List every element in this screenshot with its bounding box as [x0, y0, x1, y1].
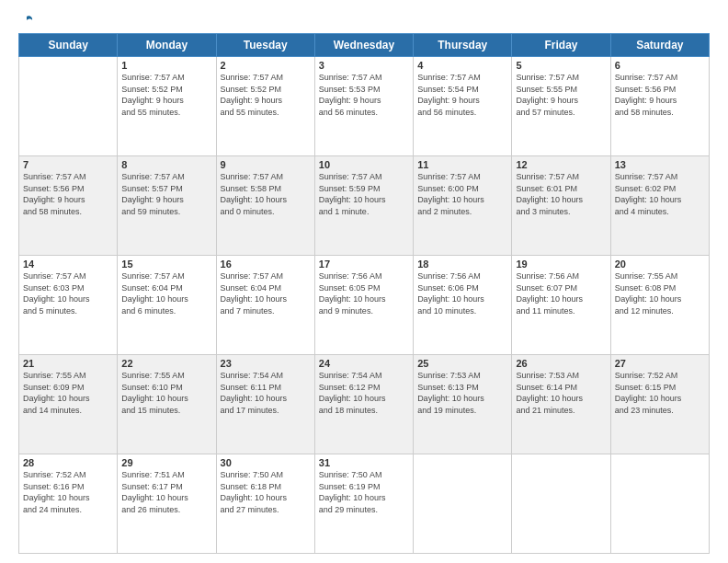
calendar-cell: 6Sunrise: 7:57 AM Sunset: 5:56 PM Daylig… — [610, 57, 709, 156]
day-info: Sunrise: 7:57 AM Sunset: 5:54 PM Dayligh… — [417, 72, 507, 118]
calendar-cell: 18Sunrise: 7:56 AM Sunset: 6:06 PM Dayli… — [414, 256, 512, 355]
calendar-cell: 22Sunrise: 7:55 AM Sunset: 6:10 PM Dayli… — [118, 355, 216, 454]
calendar-cell: 3Sunrise: 7:57 AM Sunset: 5:53 PM Daylig… — [314, 57, 413, 156]
day-info: Sunrise: 7:57 AM Sunset: 6:04 PM Dayligh… — [121, 270, 211, 316]
day-info: Sunrise: 7:56 AM Sunset: 6:07 PM Dayligh… — [516, 270, 606, 316]
day-number: 10 — [319, 159, 409, 170]
calendar-cell: 1Sunrise: 7:57 AM Sunset: 5:52 PM Daylig… — [118, 57, 216, 156]
day-number: 8 — [121, 159, 211, 170]
day-number: 3 — [319, 60, 409, 71]
day-number: 4 — [417, 60, 507, 71]
calendar-cell: 11Sunrise: 7:57 AM Sunset: 6:00 PM Dayli… — [414, 156, 512, 256]
calendar-cell: 26Sunrise: 7:53 AM Sunset: 6:14 PM Dayli… — [512, 355, 610, 454]
day-info: Sunrise: 7:57 AM Sunset: 5:52 PM Dayligh… — [221, 72, 311, 118]
day-number: 14 — [23, 259, 113, 270]
calendar-cell: 16Sunrise: 7:57 AM Sunset: 6:04 PM Dayli… — [216, 256, 314, 355]
day-number: 2 — [221, 60, 311, 71]
day-info: Sunrise: 7:56 AM Sunset: 6:05 PM Dayligh… — [319, 270, 409, 316]
calendar-week-row: 7Sunrise: 7:57 AM Sunset: 5:56 PM Daylig… — [19, 156, 710, 256]
day-number: 25 — [417, 358, 507, 369]
day-info: Sunrise: 7:52 AM Sunset: 6:15 PM Dayligh… — [615, 370, 705, 416]
day-info: Sunrise: 7:57 AM Sunset: 5:56 PM Dayligh… — [615, 72, 705, 118]
calendar-cell: 23Sunrise: 7:54 AM Sunset: 6:11 PM Dayli… — [216, 355, 314, 454]
logo — [18, 15, 35, 26]
day-number: 12 — [516, 159, 606, 170]
calendar-week-row: 21Sunrise: 7:55 AM Sunset: 6:09 PM Dayli… — [19, 355, 710, 454]
calendar-cell: 20Sunrise: 7:55 AM Sunset: 6:08 PM Dayli… — [610, 256, 709, 355]
logo-bird-icon — [19, 15, 34, 29]
day-number: 15 — [121, 259, 211, 270]
calendar-cell: 25Sunrise: 7:53 AM Sunset: 6:13 PM Dayli… — [414, 355, 512, 454]
calendar-cell: 27Sunrise: 7:52 AM Sunset: 6:15 PM Dayli… — [610, 355, 709, 454]
day-info: Sunrise: 7:57 AM Sunset: 5:53 PM Dayligh… — [319, 72, 409, 118]
day-info: Sunrise: 7:51 AM Sunset: 6:17 PM Dayligh… — [121, 469, 211, 515]
day-info: Sunrise: 7:50 AM Sunset: 6:18 PM Dayligh… — [221, 469, 311, 515]
day-info: Sunrise: 7:54 AM Sunset: 6:11 PM Dayligh… — [221, 370, 311, 416]
calendar-week-row: 1Sunrise: 7:57 AM Sunset: 5:52 PM Daylig… — [19, 57, 710, 156]
day-number: 11 — [417, 159, 507, 170]
day-of-week-header: Thursday — [414, 34, 512, 57]
day-number: 19 — [516, 259, 606, 270]
calendar-cell — [610, 454, 709, 554]
day-number: 20 — [615, 259, 705, 270]
day-info: Sunrise: 7:55 AM Sunset: 6:10 PM Dayligh… — [121, 370, 211, 416]
day-of-week-header: Wednesday — [314, 34, 413, 57]
day-number: 27 — [615, 358, 705, 369]
day-number: 16 — [221, 259, 311, 270]
day-number: 5 — [516, 60, 606, 71]
day-number: 24 — [319, 358, 409, 369]
day-info: Sunrise: 7:52 AM Sunset: 6:16 PM Dayligh… — [23, 469, 113, 515]
calendar-cell: 19Sunrise: 7:56 AM Sunset: 6:07 PM Dayli… — [512, 256, 610, 355]
page: SundayMondayTuesdayWednesdayThursdayFrid… — [0, 0, 728, 563]
day-of-week-header: Friday — [512, 34, 610, 57]
calendar-cell: 21Sunrise: 7:55 AM Sunset: 6:09 PM Dayli… — [19, 355, 118, 454]
calendar-cell: 29Sunrise: 7:51 AM Sunset: 6:17 PM Dayli… — [118, 454, 216, 554]
day-info: Sunrise: 7:57 AM Sunset: 5:58 PM Dayligh… — [221, 171, 311, 217]
day-info: Sunrise: 7:57 AM Sunset: 6:04 PM Dayligh… — [221, 270, 311, 316]
day-number: 18 — [417, 259, 507, 270]
day-number: 31 — [319, 457, 409, 468]
calendar-cell: 31Sunrise: 7:50 AM Sunset: 6:19 PM Dayli… — [314, 454, 413, 554]
day-number: 28 — [23, 457, 113, 468]
day-info: Sunrise: 7:57 AM Sunset: 5:55 PM Dayligh… — [516, 72, 606, 118]
calendar-table: SundayMondayTuesdayWednesdayThursdayFrid… — [18, 33, 710, 554]
day-info: Sunrise: 7:53 AM Sunset: 6:14 PM Dayligh… — [516, 370, 606, 416]
calendar-cell: 9Sunrise: 7:57 AM Sunset: 5:58 PM Daylig… — [216, 156, 314, 256]
day-number: 1 — [121, 60, 211, 71]
day-number: 30 — [221, 457, 311, 468]
day-number: 9 — [221, 159, 311, 170]
day-number: 7 — [23, 159, 113, 170]
day-of-week-header: Sunday — [19, 34, 118, 57]
day-number: 23 — [221, 358, 311, 369]
calendar-week-row: 14Sunrise: 7:57 AM Sunset: 6:03 PM Dayli… — [19, 256, 710, 355]
calendar-cell: 7Sunrise: 7:57 AM Sunset: 5:56 PM Daylig… — [19, 156, 118, 256]
calendar-cell: 15Sunrise: 7:57 AM Sunset: 6:04 PM Dayli… — [118, 256, 216, 355]
calendar-cell: 17Sunrise: 7:56 AM Sunset: 6:05 PM Dayli… — [314, 256, 413, 355]
day-info: Sunrise: 7:53 AM Sunset: 6:13 PM Dayligh… — [417, 370, 507, 416]
calendar-cell — [414, 454, 512, 554]
day-of-week-header: Saturday — [610, 34, 709, 57]
day-info: Sunrise: 7:57 AM Sunset: 6:00 PM Dayligh… — [417, 171, 507, 217]
day-info: Sunrise: 7:57 AM Sunset: 5:56 PM Dayligh… — [23, 171, 113, 217]
day-number: 29 — [121, 457, 211, 468]
day-info: Sunrise: 7:50 AM Sunset: 6:19 PM Dayligh… — [319, 469, 409, 515]
header — [18, 15, 710, 26]
day-number: 21 — [23, 358, 113, 369]
calendar-cell: 8Sunrise: 7:57 AM Sunset: 5:57 PM Daylig… — [118, 156, 216, 256]
calendar-cell: 10Sunrise: 7:57 AM Sunset: 5:59 PM Dayli… — [314, 156, 413, 256]
day-number: 17 — [319, 259, 409, 270]
calendar-cell: 13Sunrise: 7:57 AM Sunset: 6:02 PM Dayli… — [610, 156, 709, 256]
calendar-cell: 30Sunrise: 7:50 AM Sunset: 6:18 PM Dayli… — [216, 454, 314, 554]
calendar-cell: 2Sunrise: 7:57 AM Sunset: 5:52 PM Daylig… — [216, 57, 314, 156]
day-info: Sunrise: 7:56 AM Sunset: 6:06 PM Dayligh… — [417, 270, 507, 316]
day-info: Sunrise: 7:57 AM Sunset: 6:03 PM Dayligh… — [23, 270, 113, 316]
calendar-cell: 24Sunrise: 7:54 AM Sunset: 6:12 PM Dayli… — [314, 355, 413, 454]
day-info: Sunrise: 7:57 AM Sunset: 6:01 PM Dayligh… — [516, 171, 606, 217]
calendar-cell — [19, 57, 118, 156]
day-info: Sunrise: 7:57 AM Sunset: 5:57 PM Dayligh… — [121, 171, 211, 217]
day-of-week-header: Monday — [118, 34, 216, 57]
day-info: Sunrise: 7:54 AM Sunset: 6:12 PM Dayligh… — [319, 370, 409, 416]
calendar-cell: 4Sunrise: 7:57 AM Sunset: 5:54 PM Daylig… — [414, 57, 512, 156]
day-of-week-header: Tuesday — [216, 34, 314, 57]
day-info: Sunrise: 7:55 AM Sunset: 6:09 PM Dayligh… — [23, 370, 113, 416]
